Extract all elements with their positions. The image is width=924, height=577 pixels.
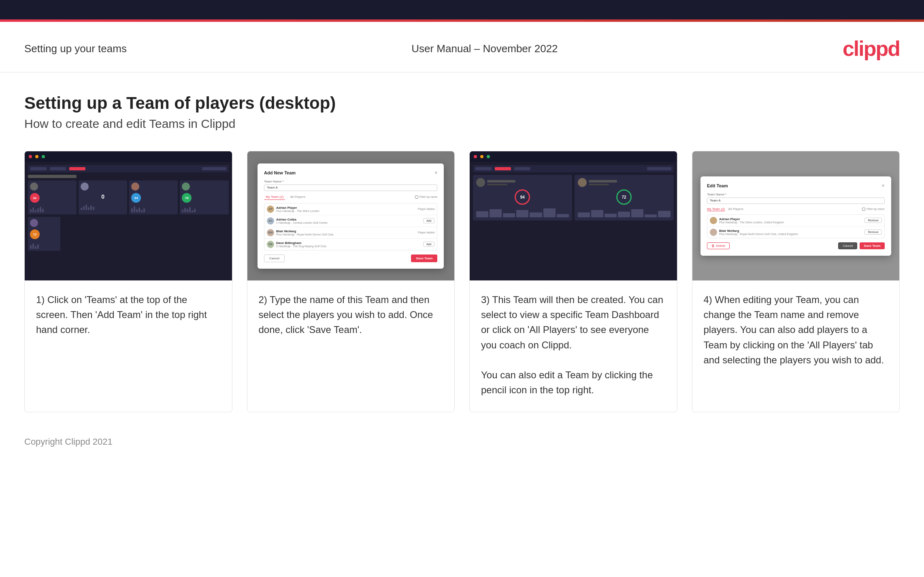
ss4-player-club-1: Plus Handicap · The Shire London, United… bbox=[719, 221, 863, 224]
ss4-tab-my-team[interactable]: My Team (2) bbox=[707, 207, 725, 211]
ss1-player-grid: 84 bbox=[28, 180, 229, 214]
ss2-player-row-1: AP Adrian Player Plus Handicap · The Shi… bbox=[264, 204, 437, 215]
screenshot-4: Edit Team × Team Name * Team A My Team (… bbox=[692, 151, 900, 281]
ss4-remove-button-1[interactable]: Remove bbox=[864, 218, 881, 223]
ss1-score-zero: 0 bbox=[81, 193, 125, 200]
ss2-player-info-3: Blair McHarg Plus Handicap · Royal North… bbox=[276, 229, 416, 236]
ss4-delete-button[interactable]: 🗑 Delete bbox=[707, 242, 730, 249]
ss2-dialog-title: Add New Team bbox=[264, 170, 296, 175]
ss3-bars-2 bbox=[578, 207, 671, 217]
ss1-nav-active bbox=[69, 167, 85, 170]
ss3-p-name-1 bbox=[487, 180, 515, 182]
card-1: 84 bbox=[24, 151, 232, 412]
ss2-add-button-2[interactable]: Add bbox=[423, 218, 434, 223]
ss2-player-name-4: Dave Billingham bbox=[276, 241, 421, 245]
ss3-nav-1 bbox=[475, 167, 492, 170]
ss2-cancel-button[interactable]: Cancel bbox=[264, 255, 285, 262]
ss1-nav-home bbox=[30, 167, 47, 170]
ss1-score-1: 84 bbox=[30, 193, 40, 203]
ss2-filter-checkbox[interactable]: Filter by name bbox=[415, 195, 437, 199]
ss2-close-icon[interactable]: × bbox=[434, 170, 437, 176]
ss3-p-header-1 bbox=[476, 178, 569, 187]
ss1-bars-1 bbox=[30, 205, 75, 212]
ss1-heading bbox=[28, 175, 77, 178]
screenshot-2: Add New Team × Team Name * Team A My Tea… bbox=[247, 151, 455, 281]
ss1-bar bbox=[194, 209, 196, 212]
screenshot-1: 84 bbox=[25, 151, 232, 281]
ss4-player-name-1: Adrian Player bbox=[719, 217, 863, 221]
ss2-dialog-footer: Cancel Save Team bbox=[264, 255, 437, 262]
ss1-bar bbox=[136, 209, 138, 212]
main-content: Setting up a Team of players (desktop) H… bbox=[0, 72, 924, 429]
ss1-search bbox=[202, 167, 226, 170]
ss2-avatar-2: AC bbox=[267, 217, 274, 225]
ss1-avatar-4 bbox=[182, 182, 190, 191]
ss1-topbar bbox=[25, 151, 232, 162]
ss4-dialog-footer: 🗑 Delete Cancel Save Team bbox=[707, 242, 885, 249]
card-2-text: 2) Type the name of this Team and then s… bbox=[247, 281, 455, 412]
ss1-bar bbox=[32, 208, 34, 212]
ss1-bar bbox=[184, 208, 186, 212]
ss4-avatar-1 bbox=[710, 217, 717, 224]
ss4-team-name-input[interactable]: Team A bbox=[707, 197, 885, 204]
ss2-player-list: AP Adrian Player Plus Handicap · The Shi… bbox=[264, 203, 437, 250]
header-section-title: Setting up your teams bbox=[24, 42, 127, 55]
ss1-bars-5 bbox=[30, 242, 58, 249]
ss2-filter-input[interactable] bbox=[415, 195, 418, 199]
ss1-bar bbox=[32, 244, 34, 249]
ss4-dialog: Edit Team × Team Name * Team A My Team (… bbox=[700, 176, 891, 256]
ss2-avatar-3: BM bbox=[267, 229, 274, 236]
ss2-player-row-3: BM Blair McHarg Plus Handicap · Royal No… bbox=[264, 227, 437, 239]
ss2-save-button[interactable]: Save Team bbox=[411, 255, 437, 262]
ss4-tabs: My Team (2) All Players Filter by name bbox=[707, 207, 885, 211]
ss2-player-name-2: Adrian Colba bbox=[276, 218, 421, 221]
ss4-close-icon[interactable]: × bbox=[882, 183, 885, 189]
ss1-dot-red bbox=[29, 155, 32, 158]
ss4-save-button[interactable]: Save Team bbox=[860, 242, 884, 249]
ss1-bar bbox=[192, 210, 193, 212]
ss1-container: 84 bbox=[25, 151, 232, 280]
ss4-tab-all-players[interactable]: All Players bbox=[728, 207, 743, 211]
ss1-bar bbox=[35, 246, 36, 249]
ss3-bar bbox=[658, 211, 670, 217]
ss1-bar bbox=[42, 209, 44, 212]
ss3-p-name-2 bbox=[589, 180, 617, 182]
ss2-player-info-1: Adrian Player Plus Handicap · The Shire … bbox=[276, 206, 416, 212]
ss4-dialog-header: Edit Team × bbox=[707, 183, 885, 189]
ss2-player-status-3: Player Added bbox=[418, 231, 435, 234]
ss1-player-4: 78 bbox=[180, 180, 228, 214]
ss1-bar bbox=[40, 207, 41, 212]
ss2-player-status-1: Player Added bbox=[418, 208, 435, 210]
ss1-bar bbox=[141, 210, 143, 212]
ss1-bar bbox=[30, 245, 32, 249]
card-3-text: 3) This Team will then be created. You c… bbox=[470, 281, 677, 412]
ss1-avatar-5 bbox=[30, 219, 38, 227]
ss2-avatar-1: AP bbox=[267, 206, 274, 213]
ss4-player-club-2: Plus Handicap · Royal North Devon Golf C… bbox=[719, 233, 863, 235]
ss1-bar bbox=[88, 207, 89, 210]
ss1-bar bbox=[131, 208, 133, 212]
ss4-cancel-button[interactable]: Cancel bbox=[838, 242, 857, 249]
ss1-bar bbox=[134, 206, 135, 212]
ss2-player-row-2: AC Adrian Colba 1 Handicap · Central Lon… bbox=[264, 215, 437, 227]
ss4-filter-checkbox[interactable] bbox=[862, 208, 865, 211]
ss4-filter-area[interactable]: Filter by name bbox=[862, 208, 884, 211]
ss1-bar bbox=[30, 209, 32, 212]
ss1-bar bbox=[85, 205, 87, 210]
ss1-bar bbox=[189, 207, 191, 212]
ss4-overlay: Edit Team × Team Name * Team A My Team (… bbox=[692, 151, 900, 280]
ss2-dialog-header: Add New Team × bbox=[264, 170, 437, 176]
ss4-remove-button-2[interactable]: Remove bbox=[864, 229, 881, 235]
ss2-add-button-4[interactable]: Add bbox=[423, 242, 434, 247]
ss2-tab-my-team[interactable]: My Team (2) bbox=[264, 194, 285, 200]
ss1-player-3: 94 bbox=[129, 180, 178, 214]
ss3-topbar bbox=[470, 151, 677, 162]
ss4-player-row-2: Blair McHarg Plus Handicap · Royal North… bbox=[707, 227, 884, 238]
ss3-p-club-1 bbox=[487, 184, 507, 185]
ss2-team-name-input[interactable]: Team A bbox=[264, 185, 437, 191]
ss3-bar bbox=[605, 214, 617, 217]
ss1-dot-yellow bbox=[35, 155, 38, 158]
ss2-tab-all-players[interactable]: All Players bbox=[288, 194, 307, 199]
ss2-player-name-3: Blair McHarg bbox=[276, 229, 416, 233]
ss4-team-name-label: Team Name * bbox=[707, 193, 885, 196]
